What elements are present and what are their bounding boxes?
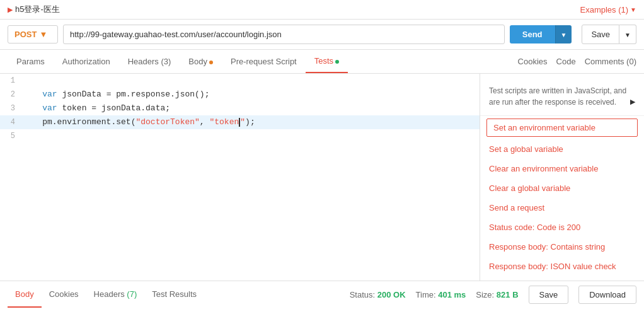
size-label: Size: 821 B (476, 290, 518, 299)
chevron-down-icon: ▼ (630, 6, 636, 13)
snippet-clear-env-var[interactable]: Clear an environment variable (480, 159, 644, 178)
snippet-set-global-var[interactable]: Set a global variable (480, 139, 644, 159)
comments-link[interactable]: Comments (0) (585, 57, 636, 66)
cookies-link[interactable]: Cookies (518, 57, 548, 66)
main-content: 1 2 var jsonData = pm.response.json(); 3… (0, 74, 644, 281)
response-tabs: Body Cookies Headers (7) Test Results (8, 282, 204, 308)
snippet-status-200[interactable]: Status code: Code is 200 (480, 218, 644, 237)
snippet-response-json[interactable]: Response body: ISON value check (480, 257, 644, 276)
snippet-set-env-var[interactable]: Set an environment variable (486, 119, 638, 137)
tabs-bar: Params Authorization Headers (3) Body Pr… (0, 50, 644, 74)
breadcrumb-arrow: ▶ (8, 6, 13, 14)
snippets-description: Test scripts are written in JavaScript, … (480, 80, 644, 116)
bottom-tabs-bar: Body Cookies Headers (7) Test Results St… (0, 281, 644, 308)
send-dropdown-button[interactable]: ▼ (555, 25, 572, 44)
breadcrumb: ▶ h5登录-医生 (8, 4, 60, 15)
snippet-clear-global-var[interactable]: Clear a global variable (480, 178, 644, 198)
time-label: Time: 401 ms (416, 290, 466, 299)
request-tabs: Params Authorization Headers (3) Body Pr… (8, 50, 348, 73)
tab-response-body[interactable]: Body (8, 282, 42, 308)
tab-body[interactable]: Body (180, 50, 222, 72)
status-info: Status: 200 OK Time: 401 ms Size: 821 B (350, 290, 519, 299)
tabs-right: Cookies Code Comments (0) (518, 57, 636, 66)
send-button[interactable]: Send (510, 25, 555, 44)
code-line-5: 5 (0, 129, 480, 143)
snippet-response-contains[interactable]: Response body: Contains string (480, 237, 644, 257)
tab-response-headers[interactable]: Headers (7) (86, 282, 145, 308)
tab-tests[interactable]: Tests (306, 50, 348, 73)
snippets-panel: Test scripts are written in JavaScript, … (480, 74, 644, 281)
time-value: 401 ms (438, 290, 466, 299)
size-value: 821 B (497, 290, 519, 299)
tab-authorization[interactable]: Authorization (54, 50, 119, 72)
tab-test-results[interactable]: Test Results (144, 282, 204, 308)
chevron-down-icon: ▼ (624, 32, 631, 38)
save-button[interactable]: Save (582, 25, 619, 44)
tab-headers[interactable]: Headers (3) (119, 50, 180, 72)
send-btn-group: Send ▼ (510, 25, 572, 44)
code-line-4: 4 pm.environment.set("doctorToken", "tok… (0, 115, 480, 129)
code-line-3: 3 var token = jsonData.data; (0, 102, 480, 115)
method-chevron-icon: ▼ (39, 30, 47, 39)
status-value: 200 OK (377, 290, 406, 299)
code-line-1: 1 (0, 74, 480, 88)
bottom-right: Status: 200 OK Time: 401 ms Size: 821 B … (350, 286, 636, 304)
url-input[interactable] (63, 25, 505, 44)
breadcrumb-text: h5登录-医生 (15, 4, 60, 15)
method-select[interactable]: POST ▼ (8, 25, 58, 44)
code-line-2: 2 var jsonData = pm.response.json(); (0, 88, 480, 102)
download-button[interactable]: Download (578, 286, 636, 304)
status-label: Status: 200 OK (350, 290, 406, 299)
save-dropdown-button[interactable]: ▼ (619, 25, 636, 44)
top-bar: ▶ h5登录-医生 Examples (1) ▼ (0, 0, 644, 20)
method-label: POST (14, 30, 37, 39)
tab-params[interactable]: Params (8, 50, 54, 72)
url-bar: POST ▼ Send ▼ Save ▼ (0, 20, 644, 50)
snippets-expand-icon[interactable]: ▶ (630, 96, 635, 107)
snippet-send-request[interactable]: Send a request (480, 198, 644, 218)
chevron-down-icon: ▼ (561, 32, 567, 38)
save-btn-group: Save ▼ (582, 25, 636, 44)
bottom-save-button[interactable]: Save (529, 286, 569, 304)
code-link[interactable]: Code (556, 57, 576, 66)
examples-link[interactable]: Examples (1) ▼ (580, 5, 636, 14)
tab-response-cookies[interactable]: Cookies (42, 282, 86, 308)
tab-prerequest[interactable]: Pre-request Script (222, 50, 306, 72)
code-editor[interactable]: 1 2 var jsonData = pm.response.json(); 3… (0, 74, 480, 281)
